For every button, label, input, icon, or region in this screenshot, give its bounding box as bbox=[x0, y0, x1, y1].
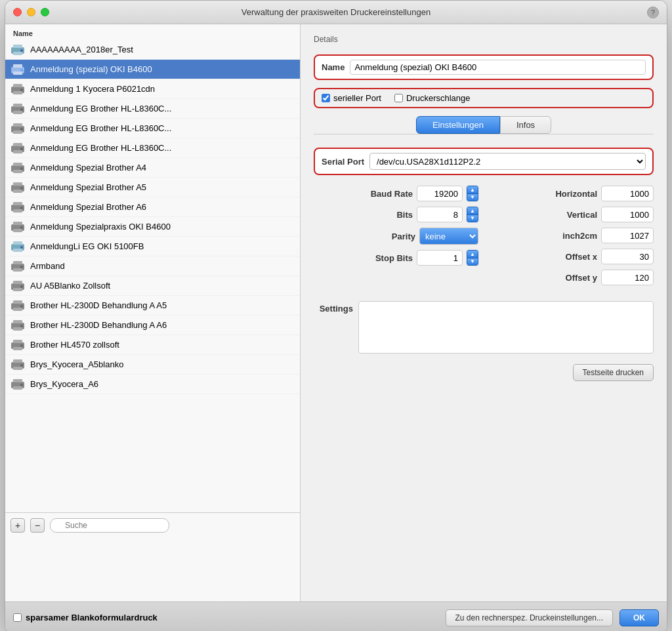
vertical-label: Vertical bbox=[551, 210, 597, 220]
list-item[interactable]: Brys_Kyocera_A5blanko bbox=[5, 355, 300, 375]
list-item[interactable]: Brother HL-2300D Behandlung A A5 bbox=[5, 296, 300, 316]
svg-point-35 bbox=[20, 207, 23, 209]
baud-rate-input[interactable] bbox=[417, 186, 463, 201]
list-item-name: Anmeldung Spezial Brother A4 bbox=[30, 163, 146, 173]
list-item[interactable]: Brother HL-2300D Behandlung A A6 bbox=[5, 316, 300, 335]
bits-down[interactable]: ▼ bbox=[467, 215, 478, 222]
maximize-btn[interactable] bbox=[41, 8, 49, 16]
svg-rect-30 bbox=[13, 190, 22, 193]
tab-einstellungen[interactable]: Einstellungen bbox=[416, 116, 500, 134]
stop-bits-up[interactable]: ▲ bbox=[467, 251, 478, 258]
titlebar: Verwaltung der praxisweiten Druckereinst… bbox=[5, 1, 667, 24]
list-item[interactable]: AU A5Blanko Zollsoft bbox=[5, 276, 300, 296]
svg-rect-45 bbox=[13, 261, 22, 264]
offset-y-input[interactable] bbox=[601, 270, 654, 285]
printer-icon bbox=[10, 182, 25, 193]
serial-port-label: serieller Port bbox=[333, 93, 381, 103]
printer-list[interactable]: AAAAAAAAA_2018er_Test Anmeldung (spezial… bbox=[5, 40, 300, 512]
name-row: Name bbox=[314, 54, 654, 80]
svg-point-63 bbox=[20, 344, 23, 347]
list-item[interactable]: Anmeldung Spezial Brother A4 bbox=[5, 158, 300, 178]
svg-rect-2 bbox=[13, 52, 22, 55]
help-button[interactable]: ? bbox=[647, 7, 659, 18]
remove-printer-button[interactable]: − bbox=[30, 518, 45, 533]
connection-type-row: serieller Port Druckerschlange bbox=[314, 88, 654, 108]
bits-up[interactable]: ▲ bbox=[467, 207, 478, 215]
serial-port-row: Serial Port /dev/cu.USA28X1d112P2.2 bbox=[314, 148, 654, 175]
tab-infos[interactable]: Infos bbox=[500, 116, 551, 134]
settings-textarea[interactable] bbox=[358, 301, 654, 354]
vertical-input[interactable] bbox=[601, 207, 654, 222]
printer-icon bbox=[10, 260, 25, 272]
stop-bits-input[interactable] bbox=[417, 250, 463, 266]
baud-rate-stepper[interactable]: ▲ ▼ bbox=[467, 186, 478, 201]
titlebar-buttons bbox=[13, 8, 49, 16]
baud-rate-down[interactable]: ▼ bbox=[467, 194, 478, 201]
svg-rect-5 bbox=[13, 64, 22, 68]
list-item-name: Anmeldung EG Brother HL-L8360C... bbox=[30, 104, 171, 113]
left-panel: Name AAAAAAAAA_2018er_Test Anmeldung (sp… bbox=[5, 24, 301, 601]
list-item[interactable]: Anmeldung Spezial Brother A6 bbox=[5, 197, 300, 217]
svg-rect-49 bbox=[13, 281, 22, 284]
printer-icon bbox=[10, 103, 25, 115]
svg-rect-34 bbox=[13, 209, 22, 213]
close-btn[interactable] bbox=[13, 8, 22, 16]
svg-rect-57 bbox=[13, 320, 22, 323]
horizontal-input[interactable] bbox=[601, 186, 654, 201]
minimize-btn[interactable] bbox=[27, 8, 35, 16]
list-item[interactable]: Anmeldung 1 Kyocera P6021cdn bbox=[5, 79, 300, 99]
print-queue-label: Druckerschlange bbox=[406, 93, 471, 103]
serial-port-checkbox[interactable] bbox=[322, 94, 330, 102]
list-item-name: AU A5Blanko Zollsoft bbox=[30, 281, 110, 291]
list-item[interactable]: Anmeldung EG Brother HL-L8360C... bbox=[5, 138, 300, 158]
svg-rect-66 bbox=[13, 367, 22, 370]
settings-right: Horizontal Vertical inch2cm bbox=[489, 186, 654, 285]
list-item[interactable]: Anmeldung Spezialpraxis OKI B4600 bbox=[5, 217, 300, 237]
svg-rect-6 bbox=[13, 71, 22, 75]
right-panel: Details Name serieller Port Druckerschla… bbox=[301, 24, 667, 601]
offset-x-input[interactable] bbox=[601, 249, 654, 264]
list-item[interactable]: Brother HL4570 zollsoft bbox=[5, 335, 300, 355]
baud-rate-up[interactable]: ▲ bbox=[467, 186, 478, 194]
list-item[interactable]: AAAAAAAAA_2018er_Test bbox=[5, 40, 300, 60]
search-input[interactable] bbox=[50, 518, 169, 533]
main-content: Name AAAAAAAAA_2018er_Test Anmeldung (sp… bbox=[5, 24, 667, 601]
stop-bits-down[interactable]: ▼ bbox=[467, 258, 478, 266]
svg-point-7 bbox=[20, 69, 23, 71]
sparse-print-checkbox[interactable] bbox=[13, 613, 22, 622]
printer-settings-link[interactable]: Zu den rechnerspez. Druckeinstellungen..… bbox=[446, 609, 613, 626]
parity-label: Parity bbox=[369, 232, 415, 241]
test-print-button[interactable]: Testseite drucken bbox=[573, 364, 654, 381]
list-item-name: Brother HL-2300D Behandlung A A6 bbox=[30, 320, 167, 330]
list-item[interactable]: Armband bbox=[5, 256, 300, 276]
list-item[interactable]: Anmeldung EG Brother HL-L8360C... bbox=[5, 119, 300, 138]
stop-bits-stepper[interactable]: ▲ ▼ bbox=[467, 250, 478, 266]
svg-rect-29 bbox=[13, 182, 22, 186]
vertical-row: Vertical bbox=[489, 207, 654, 222]
list-item-name: Anmeldung EG Brother HL-L8360C... bbox=[30, 143, 171, 153]
print-queue-checkbox-item: Druckerschlange bbox=[394, 93, 471, 103]
svg-rect-9 bbox=[13, 84, 22, 87]
name-input[interactable] bbox=[350, 60, 646, 75]
bits-label: Bits bbox=[367, 210, 413, 220]
ok-button[interactable]: OK bbox=[620, 609, 659, 626]
inch2cm-input[interactable] bbox=[601, 228, 654, 243]
svg-rect-14 bbox=[13, 111, 22, 114]
list-item[interactable]: AnmeldungLi EG OKI 5100FB bbox=[5, 237, 300, 256]
list-item[interactable]: Brys_Kyocera_A6 bbox=[5, 375, 300, 394]
bits-stepper[interactable]: ▲ ▼ bbox=[467, 207, 478, 222]
list-item[interactable]: Anmeldung (spezial) OKI B4600 bbox=[5, 60, 300, 79]
list-item[interactable]: Anmeldung EG Brother HL-L8360C... bbox=[5, 99, 300, 119]
parity-select[interactable]: keine bbox=[419, 228, 478, 245]
settings-label: Settings bbox=[314, 301, 353, 314]
bits-input[interactable] bbox=[417, 207, 463, 222]
print-queue-checkbox[interactable] bbox=[394, 94, 403, 102]
svg-point-11 bbox=[20, 89, 23, 91]
offset-y-row: Offset y bbox=[489, 270, 654, 285]
printer-icon bbox=[10, 241, 25, 253]
baud-rate-row: Baud Rate ▲ ▼ bbox=[314, 186, 478, 201]
list-item-name: Brys_Kyocera_A6 bbox=[30, 379, 98, 389]
serial-port-select[interactable]: /dev/cu.USA28X1d112P2.2 bbox=[369, 153, 646, 170]
list-item[interactable]: Anmeldung Spezial Brother A5 bbox=[5, 178, 300, 197]
add-printer-button[interactable]: + bbox=[10, 518, 25, 533]
